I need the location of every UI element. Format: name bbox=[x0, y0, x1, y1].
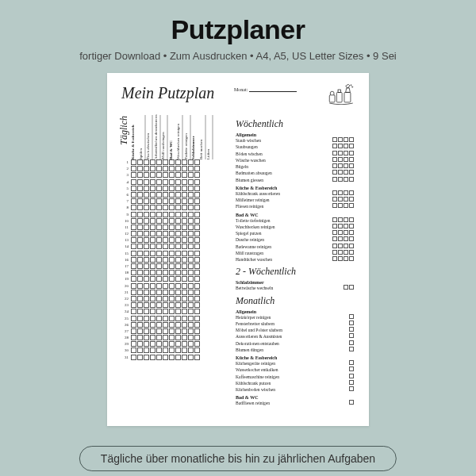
checkbox[interactable] bbox=[175, 218, 181, 224]
checkbox[interactable] bbox=[332, 236, 337, 241]
checkbox[interactable] bbox=[163, 186, 168, 191]
checkbox[interactable] bbox=[182, 296, 187, 301]
checkbox[interactable] bbox=[182, 192, 187, 198]
checkbox[interactable] bbox=[144, 355, 149, 360]
checkbox[interactable] bbox=[194, 205, 200, 210]
checkbox[interactable] bbox=[131, 172, 136, 178]
checkbox[interactable] bbox=[194, 179, 200, 185]
checkbox[interactable] bbox=[156, 335, 162, 340]
checkbox[interactable] bbox=[144, 251, 149, 256]
checkbox[interactable] bbox=[137, 263, 143, 269]
checkbox[interactable] bbox=[194, 276, 200, 282]
checkbox[interactable] bbox=[332, 250, 337, 255]
checkbox[interactable] bbox=[175, 172, 181, 178]
checkbox[interactable] bbox=[169, 237, 175, 243]
checkbox[interactable] bbox=[182, 205, 187, 210]
checkbox[interactable] bbox=[349, 190, 354, 195]
checkbox[interactable] bbox=[175, 244, 181, 249]
checkbox[interactable] bbox=[137, 328, 143, 334]
checkbox[interactable] bbox=[137, 309, 143, 314]
checkbox[interactable] bbox=[169, 355, 175, 360]
checkbox[interactable] bbox=[169, 179, 175, 185]
checkbox[interactable] bbox=[188, 212, 194, 217]
checkbox[interactable] bbox=[194, 198, 200, 204]
checkbox[interactable] bbox=[156, 270, 162, 275]
checkbox[interactable] bbox=[169, 166, 175, 171]
checkbox[interactable] bbox=[156, 166, 162, 171]
checkbox[interactable] bbox=[169, 290, 175, 295]
checkbox[interactable] bbox=[175, 309, 181, 314]
checkbox[interactable] bbox=[169, 205, 175, 210]
checkbox[interactable] bbox=[169, 283, 175, 289]
checkbox[interactable] bbox=[156, 290, 162, 295]
checkbox[interactable] bbox=[156, 251, 162, 256]
checkbox[interactable] bbox=[349, 314, 354, 319]
checkbox[interactable] bbox=[137, 225, 143, 230]
checkbox[interactable] bbox=[156, 302, 162, 308]
checkbox[interactable] bbox=[175, 328, 181, 334]
checkbox[interactable] bbox=[169, 186, 175, 191]
checkbox[interactable] bbox=[175, 225, 181, 230]
checkbox[interactable] bbox=[144, 276, 149, 282]
checkbox[interactable] bbox=[188, 283, 194, 289]
checkbox[interactable] bbox=[188, 205, 194, 210]
checkbox[interactable] bbox=[144, 231, 149, 236]
checkbox[interactable] bbox=[131, 276, 136, 282]
checkbox[interactable] bbox=[175, 159, 181, 165]
checkbox[interactable] bbox=[137, 179, 143, 185]
checkbox[interactable] bbox=[175, 322, 181, 328]
checkbox[interactable] bbox=[344, 144, 348, 148]
checkbox[interactable] bbox=[349, 380, 354, 385]
checkbox[interactable] bbox=[349, 400, 354, 405]
checkbox[interactable] bbox=[150, 347, 155, 353]
checkbox[interactable] bbox=[338, 250, 343, 255]
checkbox[interactable] bbox=[338, 137, 343, 142]
checkbox[interactable] bbox=[175, 166, 181, 171]
checkbox[interactable] bbox=[349, 285, 354, 290]
checkbox[interactable] bbox=[163, 218, 168, 224]
checkbox[interactable] bbox=[163, 296, 168, 301]
checkbox[interactable] bbox=[188, 225, 194, 230]
checkbox[interactable] bbox=[182, 237, 187, 243]
checkbox[interactable] bbox=[163, 172, 168, 178]
checkbox[interactable] bbox=[144, 341, 149, 347]
checkbox[interactable] bbox=[194, 186, 200, 191]
checkbox[interactable] bbox=[137, 205, 143, 210]
checkbox[interactable] bbox=[150, 316, 155, 321]
checkbox[interactable] bbox=[332, 230, 337, 235]
checkbox[interactable] bbox=[182, 251, 187, 256]
checkbox[interactable] bbox=[332, 144, 337, 148]
checkbox[interactable] bbox=[156, 328, 162, 334]
checkbox[interactable] bbox=[344, 285, 348, 290]
checkbox[interactable] bbox=[349, 386, 354, 391]
checkbox[interactable] bbox=[188, 198, 194, 204]
checkbox[interactable] bbox=[163, 263, 168, 269]
checkbox[interactable] bbox=[137, 296, 143, 301]
checkbox[interactable] bbox=[338, 217, 343, 222]
checkbox[interactable] bbox=[144, 212, 149, 217]
checkbox[interactable] bbox=[349, 144, 354, 148]
checkbox[interactable] bbox=[349, 224, 354, 228]
checkbox[interactable] bbox=[169, 225, 175, 230]
checkbox[interactable] bbox=[169, 341, 175, 347]
checkbox[interactable] bbox=[169, 251, 175, 256]
checkbox[interactable] bbox=[175, 192, 181, 198]
checkbox[interactable] bbox=[194, 302, 200, 308]
checkbox[interactable] bbox=[144, 296, 149, 301]
checkbox[interactable] bbox=[163, 355, 168, 360]
checkbox[interactable] bbox=[175, 179, 181, 185]
checkbox[interactable] bbox=[349, 217, 354, 222]
checkbox[interactable] bbox=[131, 322, 136, 328]
checkbox[interactable] bbox=[338, 197, 343, 202]
checkbox[interactable] bbox=[332, 170, 337, 175]
checkbox[interactable] bbox=[137, 212, 143, 217]
checkbox[interactable] bbox=[344, 157, 348, 162]
checkbox[interactable] bbox=[169, 309, 175, 314]
checkbox[interactable] bbox=[338, 170, 343, 175]
checkbox[interactable] bbox=[163, 237, 168, 243]
checkbox[interactable] bbox=[150, 244, 155, 249]
checkbox[interactable] bbox=[137, 257, 143, 263]
checkbox[interactable] bbox=[332, 190, 337, 195]
checkbox[interactable] bbox=[194, 225, 200, 230]
checkbox[interactable] bbox=[188, 237, 194, 243]
